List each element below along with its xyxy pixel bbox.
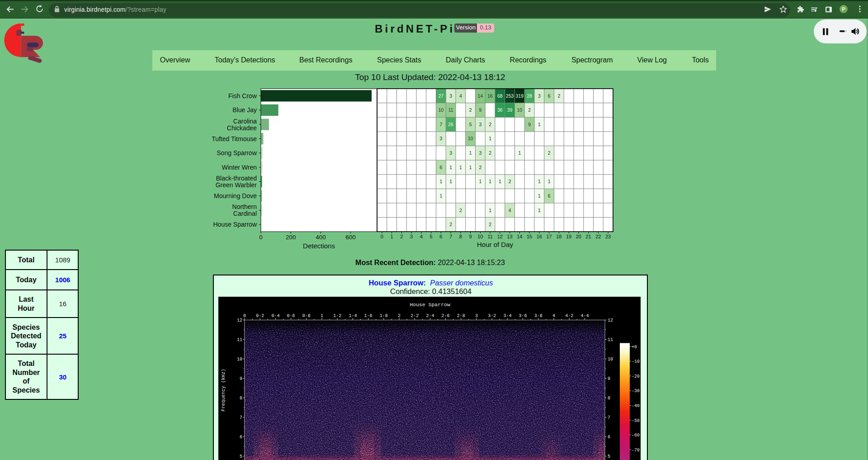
svg-text:3·2: 3·2: [488, 313, 496, 318]
svg-text:10: 10: [608, 357, 613, 362]
svg-text:10: 10: [477, 234, 483, 239]
svg-text:7: 7: [449, 234, 452, 239]
svg-text:26: 26: [448, 122, 453, 127]
svg-text:1: 1: [449, 165, 452, 170]
svg-text:16: 16: [537, 234, 542, 239]
svg-text:4·2: 4·2: [565, 313, 573, 318]
svg-text:House Sparrow: House Sparrow: [213, 221, 257, 228]
svg-text:1: 1: [459, 165, 462, 170]
svg-text:6: 6: [240, 435, 242, 440]
svg-text:-30: -30: [632, 389, 640, 394]
svg-text:10: 10: [517, 107, 523, 113]
svg-text:1: 1: [489, 179, 491, 184]
svg-text:20: 20: [576, 234, 581, 239]
svg-text:1: 1: [548, 179, 551, 184]
svg-text:-20: -20: [632, 374, 640, 379]
svg-text:3·6: 3·6: [519, 313, 527, 318]
svg-text:Northern: Northern: [232, 203, 257, 210]
svg-text:1: 1: [538, 193, 541, 199]
svg-text:3: 3: [475, 313, 478, 318]
svg-text:11: 11: [448, 107, 453, 113]
svg-text:2·2: 2·2: [410, 313, 419, 318]
svg-text:2: 2: [509, 179, 511, 184]
svg-text:6: 6: [548, 93, 551, 99]
svg-text:5: 5: [469, 122, 472, 127]
svg-text:3: 3: [439, 136, 442, 141]
svg-text:7: 7: [240, 415, 242, 420]
svg-text:0·4: 0·4: [271, 313, 279, 318]
svg-text:6: 6: [608, 435, 610, 440]
svg-text:200: 200: [286, 234, 296, 241]
svg-text:Mourning Dove: Mourning Dove: [214, 192, 257, 199]
svg-text:1: 1: [439, 179, 442, 184]
svg-text:1: 1: [469, 165, 472, 170]
svg-text:Winter Wren: Winter Wren: [222, 164, 257, 171]
svg-text:14: 14: [478, 93, 483, 99]
svg-text:Frequency (kHz): Frequency (kHz): [221, 369, 226, 412]
svg-text:11: 11: [237, 337, 242, 342]
svg-text:2: 2: [489, 150, 491, 156]
svg-text:1: 1: [538, 179, 541, 184]
svg-text:1: 1: [538, 208, 541, 213]
svg-text:2: 2: [449, 222, 452, 227]
svg-text:2: 2: [469, 107, 472, 113]
svg-text:2·6: 2·6: [442, 313, 450, 318]
svg-text:2: 2: [398, 313, 401, 318]
svg-text:1: 1: [391, 234, 393, 239]
svg-text:3: 3: [479, 150, 481, 156]
svg-text:39: 39: [507, 107, 513, 113]
svg-text:36: 36: [497, 107, 503, 113]
svg-text:19: 19: [566, 234, 571, 239]
svg-text:8: 8: [459, 234, 462, 239]
svg-text:4: 4: [420, 234, 423, 239]
svg-text:1: 1: [321, 313, 323, 318]
svg-text:27: 27: [439, 93, 444, 99]
svg-text:12: 12: [237, 318, 242, 323]
svg-text:4: 4: [509, 208, 511, 213]
svg-text:1: 1: [489, 136, 491, 141]
svg-text:319: 319: [516, 93, 524, 99]
svg-text:68: 68: [497, 93, 503, 99]
svg-text:1: 1: [489, 208, 491, 213]
svg-text:18: 18: [556, 234, 561, 239]
svg-text:Song Sparrow: Song Sparrow: [217, 149, 257, 156]
svg-text:1·4: 1·4: [349, 313, 357, 318]
svg-text:1·2: 1·2: [333, 313, 341, 318]
svg-text:3: 3: [538, 93, 541, 99]
svg-text:0·2: 0·2: [256, 313, 264, 318]
svg-text:3: 3: [449, 93, 452, 99]
svg-text:28: 28: [527, 93, 532, 99]
svg-text:Fish Crow: Fish Crow: [228, 92, 257, 100]
svg-text:-60: -60: [632, 433, 640, 438]
svg-text:6: 6: [439, 234, 442, 239]
svg-text:1: 1: [518, 150, 521, 156]
svg-text:600: 600: [345, 234, 356, 241]
svg-text:7: 7: [439, 122, 442, 127]
svg-text:9: 9: [240, 376, 242, 381]
svg-text:5: 5: [608, 454, 610, 459]
svg-text:1: 1: [449, 179, 452, 184]
svg-text:9: 9: [528, 122, 531, 127]
svg-text:3: 3: [449, 150, 452, 156]
svg-text:10: 10: [468, 136, 473, 141]
svg-text:16: 16: [487, 93, 493, 99]
svg-text:Tufted Titmouse: Tufted Titmouse: [212, 135, 257, 142]
svg-text:13: 13: [507, 234, 512, 239]
svg-text:5: 5: [240, 454, 242, 459]
svg-text:6: 6: [548, 193, 551, 199]
svg-text:0: 0: [259, 234, 263, 241]
svg-text:0: 0: [381, 234, 383, 239]
svg-text:+0: +0: [632, 344, 637, 349]
svg-text:Green Warbler: Green Warbler: [216, 181, 257, 189]
svg-text:9: 9: [469, 234, 472, 239]
svg-text:8: 8: [608, 396, 610, 401]
svg-text:5: 5: [430, 234, 433, 239]
svg-text:9: 9: [608, 376, 610, 381]
svg-text:4: 4: [459, 93, 462, 99]
svg-text:1: 1: [479, 179, 481, 184]
svg-text:Hour of Day: Hour of Day: [477, 241, 514, 248]
svg-text:2: 2: [489, 222, 491, 227]
svg-text:23: 23: [605, 234, 611, 239]
svg-text:2: 2: [489, 122, 491, 127]
svg-text:17: 17: [546, 234, 552, 239]
